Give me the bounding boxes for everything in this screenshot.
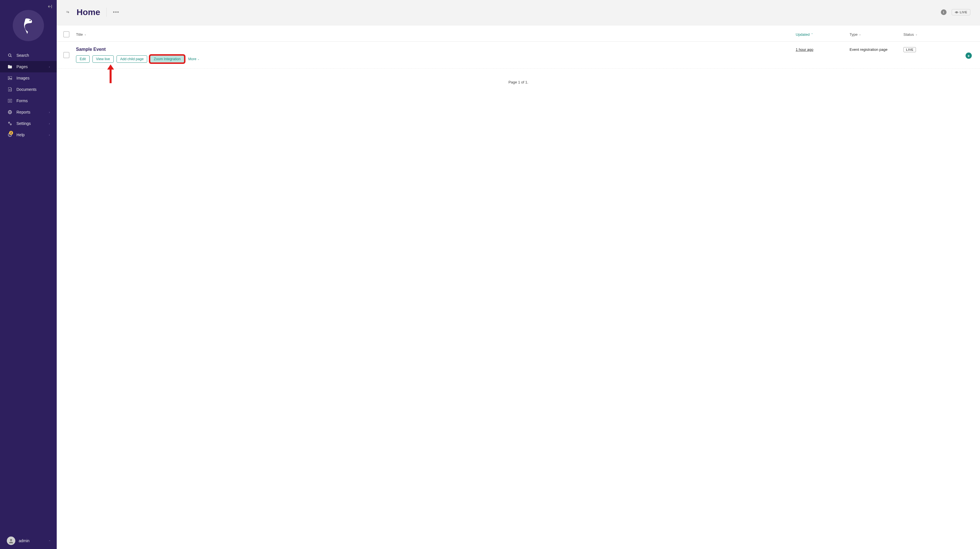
sidebar: Search Pages › Images Documents Forms bbox=[0, 0, 57, 549]
chevron-up-icon: ⌃ bbox=[811, 33, 813, 36]
row-actions: Edit View live Add child page Zoom Integ… bbox=[76, 55, 790, 63]
svg-point-1 bbox=[8, 54, 11, 56]
nav-label: Settings bbox=[16, 121, 31, 126]
nav-label: Documents bbox=[16, 87, 37, 92]
listing-table: Title ⌄ Updated ⌃ Type ⌄ bbox=[57, 26, 980, 96]
user-name: admin bbox=[19, 538, 30, 543]
chevron-right-icon: › bbox=[49, 110, 50, 114]
table-header-row: Title ⌄ Updated ⌃ Type ⌄ bbox=[57, 26, 980, 42]
chevron-up-icon: › bbox=[48, 540, 51, 541]
more-actions-button[interactable]: More ⌄ bbox=[187, 56, 201, 62]
breadcrumb-expand-icon[interactable] bbox=[66, 10, 70, 14]
svg-point-4 bbox=[9, 77, 10, 78]
avatar bbox=[7, 536, 15, 545]
column-type[interactable]: Type ⌄ bbox=[850, 32, 861, 37]
table-row: Sample Event Edit View live Add child pa… bbox=[57, 42, 980, 69]
svg-point-19 bbox=[67, 11, 68, 12]
nav-documents[interactable]: Documents bbox=[0, 84, 57, 95]
sidebar-collapse-button[interactable] bbox=[48, 4, 52, 10]
nav-images[interactable]: Images bbox=[0, 72, 57, 84]
column-updated[interactable]: Updated ⌃ bbox=[796, 32, 813, 37]
row-updated[interactable]: 1 hour ago bbox=[796, 47, 850, 52]
chevron-down-icon: ⌄ bbox=[197, 57, 200, 61]
column-status[interactable]: Status ⌄ bbox=[904, 32, 918, 37]
nav-label: Reports bbox=[16, 110, 30, 114]
chevron-down-icon: ⌄ bbox=[915, 33, 918, 36]
header-more-button[interactable]: ••• bbox=[113, 10, 119, 15]
row-type: Event registration page bbox=[850, 47, 904, 52]
pagination: Page 1 of 1. bbox=[57, 69, 980, 96]
svg-line-2 bbox=[11, 56, 12, 57]
select-all-checkbox[interactable] bbox=[63, 31, 70, 37]
nav-help[interactable]: 2 ? Help › bbox=[0, 129, 57, 140]
chevron-right-icon: › bbox=[49, 133, 50, 137]
nav-label: Images bbox=[16, 76, 30, 80]
svg-point-14 bbox=[10, 124, 11, 125]
live-status-button[interactable]: LIVE bbox=[951, 9, 970, 15]
add-child-button[interactable]: + bbox=[966, 53, 972, 59]
chevron-right-icon: › bbox=[49, 65, 50, 69]
user-menu[interactable]: admin › bbox=[0, 533, 57, 549]
svg-point-13 bbox=[8, 122, 10, 123]
document-icon bbox=[7, 87, 13, 92]
eye-icon bbox=[955, 11, 958, 14]
svg-point-0 bbox=[30, 20, 30, 21]
status-badge: LIVE bbox=[904, 47, 916, 52]
search-icon bbox=[7, 53, 13, 57]
svg-rect-3 bbox=[8, 77, 12, 80]
page-header: Home ••• i LIVE bbox=[57, 0, 980, 26]
main-content: Home ••• i LIVE Title ⌄ bbox=[57, 0, 980, 549]
nav-reports[interactable]: Reports › bbox=[0, 107, 57, 118]
view-live-button[interactable]: View live bbox=[92, 55, 114, 63]
zoom-integration-button[interactable]: Zoom Integration bbox=[150, 55, 184, 63]
page-link[interactable]: Sample Event bbox=[76, 47, 790, 52]
svg-point-20 bbox=[956, 12, 957, 13]
nav-label: Pages bbox=[16, 64, 28, 69]
help-badge: 2 bbox=[9, 131, 13, 135]
chevron-right-icon: › bbox=[49, 122, 50, 125]
chevron-down-icon: ⌄ bbox=[84, 33, 86, 36]
row-checkbox[interactable] bbox=[63, 52, 70, 58]
page-title: Home bbox=[76, 7, 100, 17]
folder-icon bbox=[7, 64, 13, 69]
nav-list: Search Pages › Images Documents Forms bbox=[0, 49, 57, 533]
live-label: LIVE bbox=[960, 11, 967, 14]
cog-icon bbox=[7, 121, 13, 126]
svg-point-18 bbox=[66, 11, 67, 12]
edit-button[interactable]: Edit bbox=[76, 55, 90, 63]
nav-pages[interactable]: Pages › bbox=[0, 61, 57, 72]
svg-point-17 bbox=[10, 539, 12, 541]
nav-settings[interactable]: Settings › bbox=[0, 118, 57, 129]
svg-rect-7 bbox=[8, 99, 12, 102]
nav-forms[interactable]: Forms bbox=[0, 95, 57, 107]
nav-search[interactable]: Search bbox=[0, 49, 57, 61]
form-icon bbox=[7, 99, 13, 103]
chevron-down-icon: ⌄ bbox=[859, 33, 861, 36]
nav-label: Help bbox=[16, 132, 25, 137]
add-child-page-button[interactable]: Add child page bbox=[116, 55, 148, 63]
nav-label: Forms bbox=[16, 99, 28, 103]
nav-label: Search bbox=[16, 53, 29, 57]
image-icon bbox=[7, 76, 13, 80]
info-button[interactable]: i bbox=[941, 10, 947, 15]
globe-icon bbox=[7, 110, 13, 114]
wagtail-logo[interactable] bbox=[13, 10, 44, 41]
column-title[interactable]: Title ⌄ bbox=[76, 32, 86, 37]
